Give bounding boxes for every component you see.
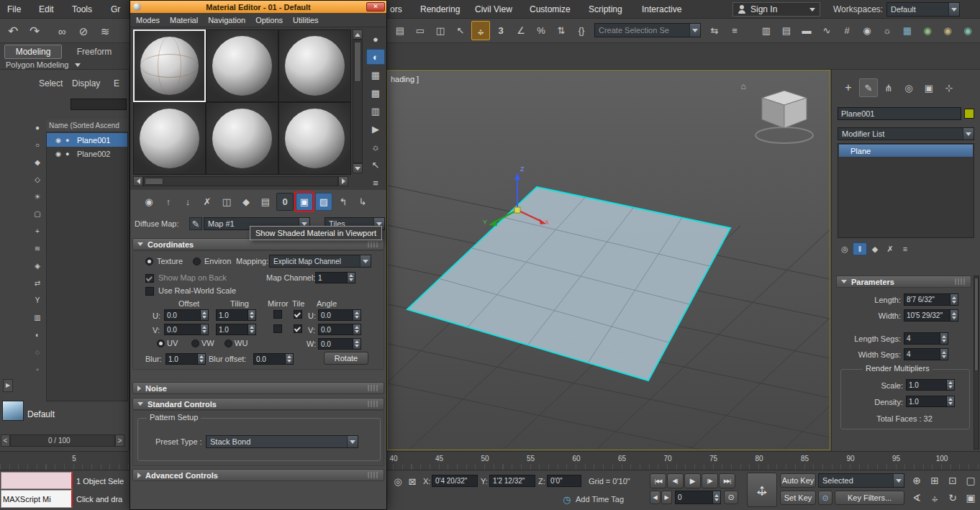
display-containers-icon[interactable]: ▥ bbox=[30, 311, 45, 325]
display-shapes-icon[interactable]: ◇ bbox=[30, 173, 45, 187]
snaps-toggle-icon[interactable]: 3 bbox=[491, 21, 510, 40]
v-offset-spinner[interactable]: 0.0 bbox=[164, 324, 209, 335]
material-sample-slot-4[interactable] bbox=[133, 102, 206, 175]
current-frame-spinner[interactable]: 0 bbox=[675, 491, 721, 504]
me-menu-utilities[interactable]: Utilities bbox=[293, 16, 318, 24]
eyedropper-icon[interactable]: ✎ bbox=[189, 217, 202, 230]
sample-scroll-right-icon[interactable] bbox=[338, 176, 348, 186]
length-spinner[interactable]: 8'7 6/32" bbox=[904, 293, 958, 306]
use-real-world-scale-checkbox[interactable] bbox=[145, 287, 154, 296]
make-material-copy-icon[interactable]: ◫ bbox=[218, 193, 235, 211]
go-to-end-icon[interactable]: ▶▶| bbox=[719, 473, 735, 488]
noise-rollout-header[interactable]: Noise bbox=[132, 382, 384, 394]
spinner-arrows-icon[interactable] bbox=[286, 353, 294, 365]
zoom-all-icon[interactable]: ⊞ bbox=[926, 473, 943, 488]
background-icon[interactable]: ▦ bbox=[366, 67, 385, 83]
width-segs-spinner[interactable]: 4 bbox=[904, 348, 948, 360]
wu-radio[interactable] bbox=[224, 340, 232, 347]
configure-modifier-sets-icon[interactable]: ≡ bbox=[898, 242, 912, 255]
u-tile-checkbox[interactable] bbox=[294, 310, 302, 319]
menu-interactive[interactable]: Interactive bbox=[638, 0, 686, 19]
display-hidden-icon[interactable]: ◌ bbox=[30, 345, 45, 360]
named-selection-set-combo[interactable]: Create Selection Se bbox=[594, 23, 701, 37]
parameters-rollout-header[interactable]: Parameters bbox=[836, 276, 971, 288]
menu-customize[interactable]: Customize bbox=[525, 0, 575, 19]
maxscript-mini-listener-pink[interactable] bbox=[1, 472, 73, 489]
standard-controls-rollout-header[interactable]: Standard Controls bbox=[132, 398, 384, 410]
modifier-list-combo[interactable]: Modifier List bbox=[838, 127, 974, 140]
zoom-icon[interactable]: ⊕ bbox=[908, 473, 925, 488]
select-and-move-icon[interactable]: ↔↕ bbox=[471, 21, 490, 40]
menu-group-partial[interactable]: Gr bbox=[106, 0, 124, 19]
show-map-on-back-checkbox[interactable] bbox=[145, 274, 154, 283]
menu-civil-view[interactable]: Civil View bbox=[471, 0, 517, 19]
toggle-scene-explorer-icon[interactable]: ▥ bbox=[757, 21, 776, 40]
key-step-back-icon[interactable]: ◀ bbox=[650, 491, 661, 504]
ribbon-tab-freeform[interactable]: Freeform bbox=[68, 45, 121, 59]
material-id-channel-icon[interactable]: 0 bbox=[276, 193, 294, 211]
visibility-icon[interactable]: ◉ bbox=[55, 150, 61, 158]
me-menu-modes[interactable]: Modes bbox=[136, 16, 160, 24]
render-setup-icon[interactable]: ☼ bbox=[878, 21, 897, 40]
display-geometry-icon[interactable]: ◆ bbox=[30, 155, 45, 170]
maxscript-mini-listener-white[interactable]: MAXScript Mi bbox=[1, 490, 73, 508]
explorer-menu-display[interactable]: Display bbox=[72, 78, 100, 88]
unlink-selection-icon[interactable]: ⊘ bbox=[73, 21, 94, 41]
material-sample-slot-2[interactable] bbox=[206, 29, 278, 102]
render-iterative-icon[interactable]: ◉ bbox=[938, 21, 957, 40]
isolate-selection-icon[interactable]: ◎ bbox=[391, 475, 404, 488]
spinner-arrows-icon[interactable] bbox=[348, 272, 355, 283]
previous-frame-icon[interactable]: ◀| bbox=[667, 473, 684, 488]
sample-horizontal-scrollbar[interactable] bbox=[143, 176, 338, 186]
selection-lock-icon[interactable]: ⊠ bbox=[406, 475, 419, 488]
add-time-tag-label[interactable]: Add Time Tag bbox=[576, 495, 624, 504]
explorer-row-plane002[interactable]: ◉ ● Plane002 bbox=[47, 147, 127, 160]
explorer-menu-select[interactable]: Select bbox=[39, 78, 63, 88]
uv-radio[interactable] bbox=[157, 340, 165, 347]
show-shaded-material-in-viewport-icon[interactable]: ▣ bbox=[296, 193, 313, 211]
utilities-panel-tab-icon[interactable]: ⊹ bbox=[940, 78, 958, 97]
v-angle-spinner[interactable]: 0.0 bbox=[318, 324, 361, 335]
timeline-tick[interactable]: 80 bbox=[755, 455, 763, 463]
w-angle-spinner[interactable]: 0.0 bbox=[318, 338, 361, 350]
time-trackbar[interactable]: 0 / 100 bbox=[10, 434, 115, 447]
x-coordinate-field[interactable]: 0'4 20/32" bbox=[432, 475, 478, 487]
viewport-shading-label[interactable]: hading ] bbox=[391, 75, 419, 83]
spinner-arrows-icon[interactable] bbox=[940, 332, 948, 345]
spinner-arrows-icon[interactable] bbox=[248, 309, 256, 321]
viewcube[interactable] bbox=[743, 78, 824, 150]
undo-icon[interactable]: ↶ bbox=[3, 21, 23, 41]
explorer-menu-edit-partial[interactable]: E bbox=[114, 78, 119, 88]
video-color-check-icon[interactable]: ▥ bbox=[366, 103, 385, 119]
key-step-forward-icon[interactable]: ▶ bbox=[661, 491, 672, 504]
sample-vertical-scrollbar[interactable] bbox=[353, 40, 363, 163]
modify-panel-tab-icon[interactable]: ✎ bbox=[859, 78, 878, 97]
motion-panel-tab-icon[interactable]: ◎ bbox=[899, 78, 918, 97]
scrollbar-thumb[interactable] bbox=[974, 278, 979, 371]
z-coordinate-field[interactable]: 0'0" bbox=[547, 475, 581, 487]
set-key-button[interactable]: Set Key bbox=[780, 491, 816, 505]
spinner-snap-icon[interactable]: ⇅ bbox=[552, 21, 571, 40]
display-helpers-icon[interactable]: + bbox=[30, 224, 45, 239]
u-tiling-spinner[interactable]: 1.0 bbox=[216, 309, 256, 321]
timeline-tick[interactable]: 60 bbox=[572, 455, 580, 463]
put-to-library-icon[interactable]: ▤ bbox=[257, 193, 274, 211]
menu-rendering[interactable]: Rendering bbox=[416, 0, 464, 19]
blur-spinner[interactable]: 1.0 bbox=[165, 353, 206, 365]
display-frozen-icon[interactable]: ▫ bbox=[30, 363, 45, 377]
object-name-field[interactable]: Plane001 bbox=[838, 107, 961, 120]
width-spinner[interactable]: 10'5 29/32" bbox=[904, 309, 958, 322]
maximize-viewport-toggle-icon[interactable]: ▣ bbox=[962, 490, 979, 506]
timeline-tick[interactable]: 70 bbox=[663, 455, 671, 463]
reset-map-icon[interactable]: ✗ bbox=[199, 193, 216, 211]
assign-material-to-selection-icon[interactable]: ↓ bbox=[179, 193, 196, 211]
select-object-icon[interactable]: ↖ bbox=[451, 21, 470, 40]
material-sample-slot-6[interactable] bbox=[278, 102, 351, 175]
explorer-search-input[interactable] bbox=[71, 99, 127, 110]
command-panel-scrollbar[interactable] bbox=[974, 276, 979, 450]
toggle-layer-explorer-icon[interactable]: ▤ bbox=[777, 21, 796, 40]
select-and-link-icon[interactable]: ∞ bbox=[52, 21, 72, 41]
display-cameras-icon[interactable]: ▢ bbox=[30, 207, 45, 222]
v-tiling-spinner[interactable]: 1.0 bbox=[216, 324, 256, 335]
material-editor-options-icon[interactable]: ☼ bbox=[366, 139, 385, 155]
